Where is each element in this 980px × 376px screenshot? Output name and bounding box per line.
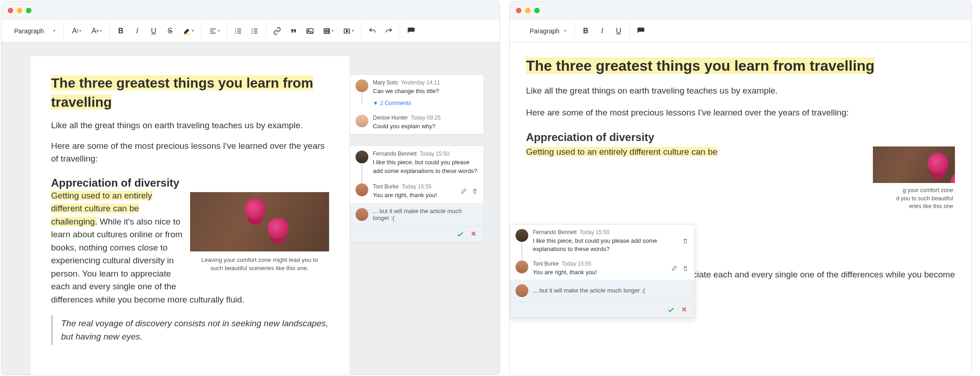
reply-input[interactable]: ... but it will make the article much lo…	[533, 287, 689, 294]
replies-count: 2 Comments	[380, 100, 411, 106]
document-page[interactable]: The three greatest things you learn from…	[31, 56, 350, 375]
comment-time: Today 15:50	[420, 151, 449, 157]
underline-button[interactable]: U	[146, 24, 161, 38]
comment-time: Today 15:50	[580, 229, 609, 235]
figure[interactable]: Leaving your comfort zone might lead you…	[190, 192, 329, 277]
comment-time: Today 15:55	[562, 261, 591, 267]
reply-input[interactable]: ... but it will make the article much lo…	[373, 208, 478, 221]
figure[interactable]: g your comfort zone d you to such beauti…	[873, 146, 955, 214]
delete-icon[interactable]	[682, 238, 689, 245]
comment-text: You are right, thank you!	[533, 268, 666, 277]
align-button[interactable]: ▾	[205, 24, 223, 38]
editor-area[interactable]: The three greatest things you learn from…	[510, 42, 971, 375]
strikethrough-button[interactable]: S	[163, 24, 177, 38]
delete-icon[interactable]	[682, 265, 689, 272]
delete-icon[interactable]	[471, 188, 478, 195]
edit-icon[interactable]	[671, 265, 677, 272]
minimize-window-icon[interactable]	[525, 8, 531, 13]
italic-button[interactable]: I	[595, 24, 609, 38]
section-heading[interactable]: Appreciation of diversity	[51, 177, 329, 189]
toolbar: Paragraph ▾ AI▾ A≡▾ B I U S ▾ ▾ 123	[1, 20, 500, 42]
comment-popup[interactable]: Fernando Bennett Today 15:50 I like this…	[510, 224, 695, 318]
document-title[interactable]: The three greatest things you learn from…	[526, 56, 955, 76]
document-title[interactable]: The three greatest things you learn from…	[51, 75, 313, 110]
font-size-button[interactable]: A≡▾	[88, 24, 106, 38]
svg-rect-0	[184, 34, 190, 35]
comment-author: Mary Soto	[373, 79, 398, 86]
comment[interactable]: Fernando Bennett Today 15:50 I like this…	[510, 225, 694, 256]
paragraph-style-select[interactable]: Paragraph ▾	[10, 26, 60, 37]
comment-text: You are right, thank you!	[373, 191, 455, 199]
comment[interactable]: Mary Soto Yesterday 14:11 Can we change …	[350, 75, 484, 99]
comment[interactable]: Toni Burke Today 15:55 You are right, th…	[510, 256, 694, 279]
image-button[interactable]	[303, 24, 317, 38]
media-button[interactable]: ▾	[339, 24, 357, 38]
underline-button[interactable]: U	[611, 24, 626, 38]
replies-toggle[interactable]: ▼ 2 Comments	[350, 99, 484, 110]
avatar	[516, 261, 528, 273]
comments-button[interactable]	[634, 24, 648, 38]
figure-image[interactable]	[190, 192, 329, 251]
reply-actions	[350, 226, 484, 242]
section-heading[interactable]: Appreciation of diversity	[526, 131, 955, 144]
titlebar	[510, 1, 971, 20]
intro-paragraph[interactable]: Like all the great things on earth trave…	[51, 119, 329, 132]
comment[interactable]: Fernando Bennett Today 15:50 I like this…	[350, 146, 484, 178]
lead-paragraph[interactable]: Here are some of the most precious lesso…	[51, 140, 329, 166]
cancel-icon[interactable]	[681, 306, 688, 313]
font-family-button[interactable]: AI▾	[67, 24, 86, 38]
lead-paragraph[interactable]: Here are some of the most precious lesso…	[526, 106, 955, 119]
bold-button[interactable]: B	[113, 24, 128, 38]
edit-icon[interactable]	[460, 188, 467, 195]
redo-button[interactable]	[382, 24, 396, 38]
comment-time: Today 09:25	[411, 115, 440, 121]
reply-input-row: ... but it will make the article much lo…	[510, 280, 694, 302]
submit-icon[interactable]	[667, 306, 675, 314]
comment-author: Fernando Bennett	[373, 151, 417, 157]
maximize-window-icon[interactable]	[534, 8, 540, 13]
submit-icon[interactable]	[456, 230, 464, 238]
avatar	[516, 229, 528, 242]
comment-author: Fernando Bennett	[533, 229, 577, 235]
link-button[interactable]	[270, 24, 284, 38]
reply-actions	[510, 302, 694, 318]
close-window-icon[interactable]	[8, 8, 13, 13]
comments-sidebar: Mary Soto Yesterday 14:11 Can we change …	[350, 74, 484, 375]
undo-button[interactable]	[365, 24, 380, 38]
comment-time: Yesterday 14:11	[401, 79, 440, 86]
reply-input-row: ... but it will make the article much lo…	[350, 203, 484, 226]
svg-text:3: 3	[235, 32, 237, 34]
numbered-list-button[interactable]: 123	[231, 24, 246, 38]
figure-caption[interactable]: Leaving your comfort zone might lead you…	[190, 251, 329, 277]
highlighted-text[interactable]: Getting used to an entirely different cu…	[526, 147, 717, 157]
chevron-down-icon: ▾	[564, 29, 566, 33]
comment-author: Toni Burke	[373, 183, 399, 190]
comment-author: Toni Burke	[533, 261, 559, 267]
italic-button[interactable]: I	[130, 24, 144, 38]
minimize-window-icon[interactable]	[17, 8, 22, 13]
avatar	[356, 183, 368, 196]
bold-button[interactable]: B	[578, 24, 593, 38]
figure-image[interactable]	[873, 146, 955, 183]
comment[interactable]: Toni Burke Today 15:55 You are right, th…	[350, 179, 484, 203]
paragraph-style-select[interactable]: Paragraph ▾	[525, 26, 571, 37]
comments-button[interactable]	[404, 24, 418, 38]
close-window-icon[interactable]	[516, 8, 521, 13]
avatar	[356, 208, 368, 221]
paragraph-style-label: Paragraph	[14, 27, 44, 35]
blockquote-button[interactable]	[286, 24, 301, 38]
highlight-button[interactable]: ▾	[179, 24, 197, 38]
comment-thread[interactable]: Mary Soto Yesterday 14:11 Can we change …	[350, 74, 484, 135]
avatar	[356, 115, 368, 127]
blockquote[interactable]: The real voyage of discovery consists no…	[51, 315, 329, 345]
comment-text: I like this piece, but could you please …	[533, 237, 677, 253]
cancel-icon[interactable]	[470, 230, 477, 237]
maximize-window-icon[interactable]	[26, 8, 31, 13]
svg-point-6	[252, 32, 253, 33]
intro-paragraph[interactable]: Like all the great things on earth trave…	[526, 84, 955, 97]
comment[interactable]: Denise Hunter Today 09:25 Could you expl…	[350, 110, 484, 134]
table-button[interactable]: ▾	[319, 24, 337, 38]
comment-thread[interactable]: Fernando Bennett Today 15:50 I like this…	[350, 146, 484, 242]
figure-caption[interactable]: g your comfort zone d you to such beauti…	[873, 183, 955, 214]
bulleted-list-button[interactable]	[248, 24, 262, 38]
